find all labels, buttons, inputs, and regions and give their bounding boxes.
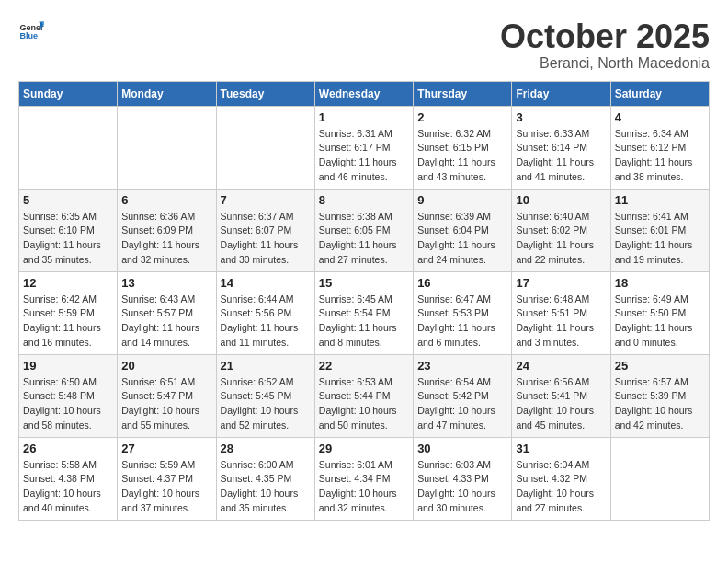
calendar-cell: 23Sunrise: 6:54 AMSunset: 5:42 PMDayligh… — [414, 354, 512, 437]
day-info: Sunrise: 6:32 AMSunset: 6:15 PMDaylight:… — [417, 127, 507, 185]
calendar-cell: 20Sunrise: 6:51 AMSunset: 5:47 PMDayligh… — [118, 354, 216, 437]
day-info: Sunrise: 6:31 AMSunset: 6:17 PMDaylight:… — [319, 127, 409, 185]
calendar-cell: 19Sunrise: 6:50 AMSunset: 5:48 PMDayligh… — [19, 354, 118, 437]
weekday-header-wednesday: Wednesday — [314, 81, 413, 106]
day-info: Sunrise: 6:49 AMSunset: 5:50 PMDaylight:… — [615, 293, 705, 350]
page-header: General Blue October 2025 Beranci, North… — [18, 18, 710, 72]
calendar-cell: 5Sunrise: 6:35 AMSunset: 6:10 PMDaylight… — [19, 189, 118, 271]
day-info: Sunrise: 6:43 AMSunset: 5:57 PMDaylight:… — [121, 293, 211, 350]
week-row-4: 19Sunrise: 6:50 AMSunset: 5:48 PMDayligh… — [19, 354, 710, 437]
day-number: 18 — [615, 276, 705, 290]
calendar-cell: 16Sunrise: 6:47 AMSunset: 5:53 PMDayligh… — [414, 271, 512, 354]
main-title: October 2025 — [500, 18, 710, 55]
calendar-cell: 2Sunrise: 6:32 AMSunset: 6:15 PMDaylight… — [414, 106, 512, 189]
day-number: 26 — [23, 442, 113, 455]
day-number: 27 — [121, 442, 211, 455]
day-info: Sunrise: 6:00 AMSunset: 4:35 PMDaylight:… — [221, 458, 311, 516]
day-info: Sunrise: 6:40 AMSunset: 6:02 PMDaylight:… — [516, 210, 606, 268]
day-number: 31 — [516, 442, 606, 455]
day-info: Sunrise: 6:54 AMSunset: 5:42 PMDaylight:… — [417, 375, 507, 433]
day-info: Sunrise: 6:51 AMSunset: 5:47 PMDaylight:… — [121, 375, 211, 433]
calendar-cell: 15Sunrise: 6:45 AMSunset: 5:54 PMDayligh… — [314, 271, 413, 354]
day-info: Sunrise: 6:53 AMSunset: 5:44 PMDaylight:… — [319, 375, 409, 433]
day-info: Sunrise: 5:59 AMSunset: 4:37 PMDaylight:… — [121, 458, 211, 516]
day-info: Sunrise: 6:38 AMSunset: 6:05 PMDaylight:… — [319, 210, 409, 268]
logo: General Blue — [18, 18, 44, 44]
calendar-cell: 21Sunrise: 6:52 AMSunset: 5:45 PMDayligh… — [216, 354, 314, 437]
subtitle: Beranci, North Macedonia — [500, 55, 710, 72]
calendar-cell: 10Sunrise: 6:40 AMSunset: 6:02 PMDayligh… — [512, 189, 610, 271]
calendar-cell: 13Sunrise: 6:43 AMSunset: 5:57 PMDayligh… — [118, 271, 216, 354]
calendar-cell — [610, 437, 709, 520]
week-row-5: 26Sunrise: 5:58 AMSunset: 4:38 PMDayligh… — [19, 437, 710, 520]
calendar-cell: 26Sunrise: 5:58 AMSunset: 4:38 PMDayligh… — [19, 437, 118, 520]
calendar-body: 1Sunrise: 6:31 AMSunset: 6:17 PMDaylight… — [19, 106, 710, 520]
calendar-cell: 7Sunrise: 6:37 AMSunset: 6:07 PMDaylight… — [216, 189, 314, 271]
day-info: Sunrise: 6:47 AMSunset: 5:53 PMDaylight:… — [417, 293, 507, 350]
calendar-cell: 4Sunrise: 6:34 AMSunset: 6:12 PMDaylight… — [610, 106, 709, 189]
calendar-cell: 24Sunrise: 6:56 AMSunset: 5:41 PMDayligh… — [512, 354, 610, 437]
weekday-header-saturday: Saturday — [610, 81, 709, 106]
calendar-cell: 25Sunrise: 6:57 AMSunset: 5:39 PMDayligh… — [610, 354, 709, 437]
day-info: Sunrise: 6:04 AMSunset: 4:32 PMDaylight:… — [516, 458, 606, 516]
day-number: 28 — [221, 442, 311, 455]
calendar-cell — [216, 106, 314, 189]
calendar-cell — [118, 106, 216, 189]
day-number: 9 — [417, 193, 507, 207]
day-info: Sunrise: 6:36 AMSunset: 6:09 PMDaylight:… — [121, 210, 211, 268]
day-number: 2 — [417, 110, 507, 124]
weekday-header-sunday: Sunday — [19, 81, 118, 106]
day-number: 16 — [417, 276, 507, 290]
day-number: 8 — [319, 193, 409, 207]
day-info: Sunrise: 6:33 AMSunset: 6:14 PMDaylight:… — [516, 127, 606, 185]
day-info: Sunrise: 6:45 AMSunset: 5:54 PMDaylight:… — [319, 293, 409, 350]
svg-text:Blue: Blue — [19, 31, 38, 40]
day-info: Sunrise: 6:44 AMSunset: 5:56 PMDaylight:… — [221, 293, 311, 350]
weekday-header-monday: Monday — [118, 81, 216, 106]
calendar-cell: 31Sunrise: 6:04 AMSunset: 4:32 PMDayligh… — [512, 437, 610, 520]
day-info: Sunrise: 6:03 AMSunset: 4:33 PMDaylight:… — [417, 458, 507, 516]
day-number: 22 — [319, 359, 409, 373]
day-info: Sunrise: 6:48 AMSunset: 5:51 PMDaylight:… — [516, 293, 606, 350]
calendar-cell: 9Sunrise: 6:39 AMSunset: 6:04 PMDaylight… — [414, 189, 512, 271]
week-row-1: 1Sunrise: 6:31 AMSunset: 6:17 PMDaylight… — [19, 106, 710, 189]
day-number: 10 — [516, 193, 606, 207]
calendar-cell: 27Sunrise: 5:59 AMSunset: 4:37 PMDayligh… — [118, 437, 216, 520]
day-info: Sunrise: 6:50 AMSunset: 5:48 PMDaylight:… — [23, 375, 113, 433]
weekday-header-tuesday: Tuesday — [216, 81, 314, 106]
weekday-header-friday: Friday — [512, 81, 610, 106]
calendar-cell: 14Sunrise: 6:44 AMSunset: 5:56 PMDayligh… — [216, 271, 314, 354]
calendar-cell: 1Sunrise: 6:31 AMSunset: 6:17 PMDaylight… — [314, 106, 413, 189]
week-row-2: 5Sunrise: 6:35 AMSunset: 6:10 PMDaylight… — [19, 189, 710, 271]
day-number: 21 — [221, 359, 311, 373]
day-info: Sunrise: 6:56 AMSunset: 5:41 PMDaylight:… — [516, 375, 606, 433]
day-info: Sunrise: 6:34 AMSunset: 6:12 PMDaylight:… — [615, 127, 705, 185]
weekday-header-thursday: Thursday — [414, 81, 512, 106]
day-number: 1 — [319, 110, 409, 124]
calendar-cell: 18Sunrise: 6:49 AMSunset: 5:50 PMDayligh… — [610, 271, 709, 354]
day-number: 4 — [615, 110, 705, 124]
calendar-table: SundayMondayTuesdayWednesdayThursdayFrid… — [18, 81, 710, 521]
day-number: 24 — [516, 359, 606, 373]
day-number: 11 — [615, 193, 705, 207]
weekday-header-row: SundayMondayTuesdayWednesdayThursdayFrid… — [19, 81, 710, 106]
day-info: Sunrise: 6:42 AMSunset: 5:59 PMDaylight:… — [23, 293, 113, 350]
day-number: 15 — [319, 276, 409, 290]
calendar-cell: 30Sunrise: 6:03 AMSunset: 4:33 PMDayligh… — [414, 437, 512, 520]
calendar-cell: 12Sunrise: 6:42 AMSunset: 5:59 PMDayligh… — [19, 271, 118, 354]
day-number: 12 — [23, 276, 113, 290]
day-number: 7 — [221, 193, 311, 207]
day-info: Sunrise: 6:41 AMSunset: 6:01 PMDaylight:… — [615, 210, 705, 268]
calendar-cell: 29Sunrise: 6:01 AMSunset: 4:34 PMDayligh… — [314, 437, 413, 520]
calendar-cell: 28Sunrise: 6:00 AMSunset: 4:35 PMDayligh… — [216, 437, 314, 520]
day-info: Sunrise: 6:39 AMSunset: 6:04 PMDaylight:… — [417, 210, 507, 268]
week-row-3: 12Sunrise: 6:42 AMSunset: 5:59 PMDayligh… — [19, 271, 710, 354]
calendar-cell: 3Sunrise: 6:33 AMSunset: 6:14 PMDaylight… — [512, 106, 610, 189]
logo-icon: General Blue — [18, 18, 44, 44]
calendar-cell: 17Sunrise: 6:48 AMSunset: 5:51 PMDayligh… — [512, 271, 610, 354]
day-info: Sunrise: 6:52 AMSunset: 5:45 PMDaylight:… — [221, 375, 311, 433]
day-number: 19 — [23, 359, 113, 373]
day-number: 29 — [319, 442, 409, 455]
day-info: Sunrise: 6:57 AMSunset: 5:39 PMDaylight:… — [615, 375, 705, 433]
title-block: October 2025 Beranci, North Macedonia — [500, 18, 710, 72]
